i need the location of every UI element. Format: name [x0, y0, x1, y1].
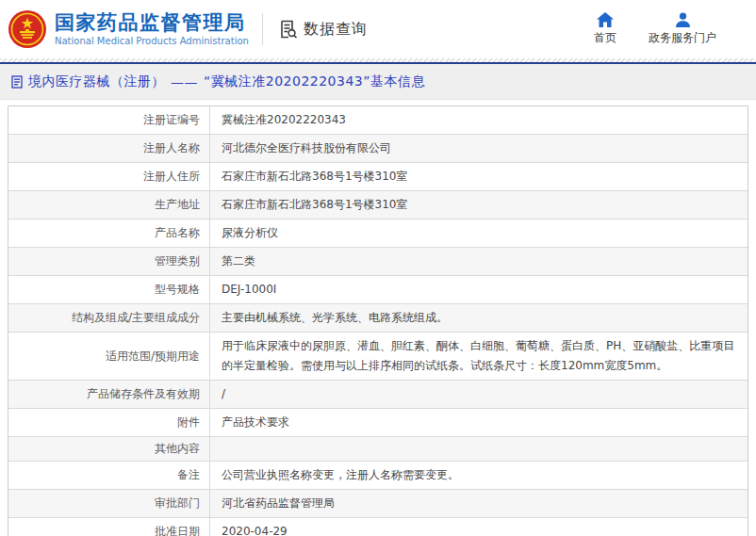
table-row: 注册人住所 石家庄市新石北路368号1号楼310室: [8, 163, 748, 191]
row-value: [210, 437, 748, 461]
table-row: 结构及组成/主要组成成分 主要由机械系统、光学系统、电路系统组成。: [8, 304, 748, 333]
table-row: 其他内容: [8, 437, 748, 462]
table-row: 适用范围/预期用途 用于临床尿液中的尿胆原、潜血、胆红素、酮体、白细胞、葡萄糖、…: [8, 333, 748, 381]
row-label: 注册人住所: [8, 163, 210, 190]
row-value: 主要由机械系统、光学系统、电路系统组成。: [210, 304, 748, 332]
org-name-en: National Medical Products Administration: [55, 36, 249, 47]
breadcrumb-dash: ——: [171, 74, 198, 89]
row-value: 河北省药品监督管理局: [210, 490, 748, 517]
table-row: 审批部门 河北省药品监督管理局: [8, 490, 748, 518]
table-row: 管理类别 第二类: [8, 248, 748, 276]
table-row: 注册证编号 冀械注准20202220343: [8, 106, 748, 135]
data-query-section[interactable]: 数据查询: [278, 19, 368, 40]
row-label: 注册人名称: [8, 135, 210, 162]
row-value: 石家庄市新石北路368号1号楼310室: [210, 163, 748, 190]
document-search-icon: [278, 19, 299, 40]
row-label: 产品名称: [8, 219, 210, 247]
org-name-cn: 国家药品监督管理局: [55, 11, 249, 34]
row-value: 2020-04-29: [210, 518, 748, 536]
table-row: 附件 产品技术要求: [8, 409, 748, 437]
row-value: 石家庄市新石北路368号1号楼310室: [210, 191, 748, 219]
document-icon: [11, 75, 23, 89]
row-value: DEJ-1000Ⅰ: [210, 276, 748, 303]
table-row: 备注 公司营业执照名称变更，注册人名称需要变更。: [8, 462, 748, 490]
home-icon: [597, 12, 614, 27]
row-value: 产品技术要求: [210, 409, 748, 436]
table-row: 批准日期 2020-04-29: [8, 518, 748, 536]
breadcrumb-title: “冀械注准20202220343”基本信息: [204, 73, 425, 90]
row-label: 审批部门: [8, 490, 210, 517]
page-header: 国家药品监督管理局 National Medical Products Admi…: [0, 0, 756, 58]
row-label: 生产地址: [8, 191, 210, 219]
table-row: 产品名称 尿液分析仪: [8, 219, 748, 248]
row-value: 冀械注准20202220343: [210, 106, 748, 134]
brand: 国家药品监督管理局 National Medical Products Admi…: [8, 9, 249, 49]
nav-home[interactable]: 首页: [594, 12, 616, 46]
table-row: 生产地址 石家庄市新石北路368号1号楼310室: [8, 191, 748, 219]
row-label: 其他内容: [8, 437, 210, 461]
row-label: 适用范围/预期用途: [8, 333, 210, 380]
breadcrumb-category[interactable]: 境内医疗器械（注册）: [28, 73, 165, 90]
table-row: 型号规格 DEJ-1000Ⅰ: [8, 276, 748, 304]
row-label: 附件: [8, 409, 210, 436]
row-value: 用于临床尿液中的尿胆原、潜血、胆红素、酮体、白细胞、葡萄糖、蛋白质、PH、亚硝酸…: [210, 333, 748, 380]
table-row: 注册人名称 河北德尔全医疗科技股份有限公司: [8, 135, 748, 163]
user-icon: [675, 12, 691, 27]
row-label: 注册证编号: [8, 106, 210, 134]
row-label: 备注: [8, 462, 210, 489]
breadcrumb-bar: 境内医疗器械（注册） —— “冀械注准20202220343”基本信息: [0, 64, 756, 100]
nav-portal-label: 政务服务门户: [649, 30, 716, 46]
row-label: 产品储存条件及有效期: [8, 381, 210, 408]
data-query-label: 数据查询: [304, 20, 368, 40]
row-value: 公司营业执照名称变更，注册人名称需要变更。: [210, 462, 748, 489]
row-value: 河北德尔全医疗科技股份有限公司: [210, 135, 748, 162]
row-label: 批准日期: [8, 518, 210, 536]
row-label: 管理类别: [8, 248, 210, 275]
breadcrumb: 境内医疗器械（注册） —— “冀械注准20202220343”基本信息: [11, 73, 425, 90]
header-divider: [262, 13, 263, 45]
row-value: /: [210, 381, 748, 408]
table-row: 产品储存条件及有效期 /: [8, 381, 748, 409]
row-label: 结构及组成/主要组成成分: [8, 304, 210, 332]
row-value: 尿液分析仪: [210, 219, 748, 247]
row-label: 型号规格: [8, 276, 210, 303]
brand-text: 国家药品监督管理局 National Medical Products Admi…: [55, 11, 249, 47]
national-emblem-logo: [8, 9, 47, 49]
row-value: 第二类: [210, 248, 748, 275]
nav-home-label: 首页: [594, 30, 616, 46]
nav-portal[interactable]: 政务服务门户: [649, 12, 716, 46]
top-nav: 首页 政务服务门户: [594, 12, 747, 46]
registration-info-table: 注册证编号 冀械注准20202220343 注册人名称 河北德尔全医疗科技股份有…: [8, 106, 748, 536]
